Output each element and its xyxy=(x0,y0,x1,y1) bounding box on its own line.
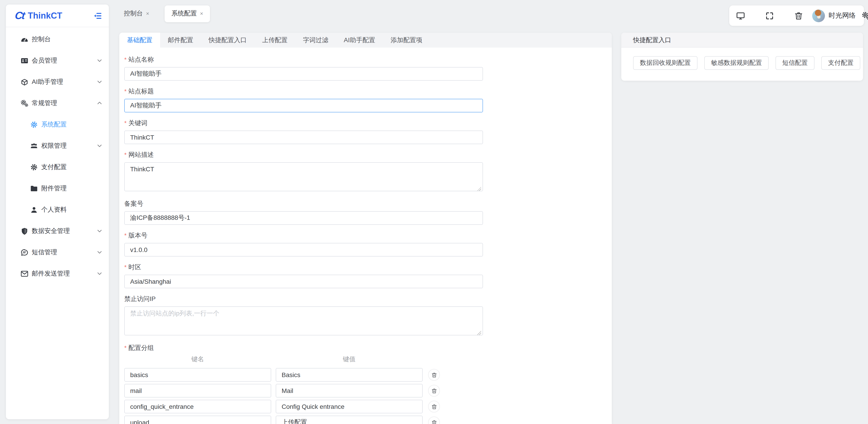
sms-config-button[interactable]: 短信配置 xyxy=(775,56,814,70)
id-card-icon xyxy=(21,57,29,65)
site-description-textarea[interactable]: ThinkCT xyxy=(124,162,483,191)
group-key-input[interactable] xyxy=(124,400,271,413)
quick-entrance-title: 快捷配置入口 xyxy=(621,33,863,47)
config-group-row xyxy=(124,416,612,424)
field-banned-ip: 禁止访问IP xyxy=(124,294,612,337)
app-root: Ct ThinkCT 控制台 会员管理 AI助手管理 常规管理 xyxy=(0,0,868,424)
config-group-headers: 键名 键值 xyxy=(124,355,612,363)
sidebar-item-data-security[interactable]: 数据安全管理 xyxy=(6,220,109,241)
shield-icon xyxy=(21,227,29,235)
gears-icon[interactable] xyxy=(862,11,868,20)
delete-row-button[interactable] xyxy=(428,385,440,397)
trash-icon xyxy=(431,420,437,424)
field-timezone: *时区 xyxy=(124,262,612,288)
window-tab-console[interactable]: 控制台 × xyxy=(119,9,154,18)
sidebar-item-label: 支付配置 xyxy=(41,163,67,171)
sidebar-item-members[interactable]: 会员管理 xyxy=(6,50,109,71)
group-value-input[interactable] xyxy=(276,416,423,424)
field-site-title: *站点标题 xyxy=(124,87,612,112)
chevron-down-icon xyxy=(97,228,102,234)
data-recycle-rules-button[interactable]: 数据回收规则配置 xyxy=(633,56,698,70)
tab-word-filter[interactable]: 字词过滤 xyxy=(295,33,336,47)
sidebar-item-label: 系统配置 xyxy=(41,120,67,129)
icp-number-input[interactable] xyxy=(124,211,483,225)
sidebar-item-ai-assistant[interactable]: AI助手管理 xyxy=(6,71,109,93)
sensitive-data-rules-button[interactable]: 敏感数据规则配置 xyxy=(704,56,769,70)
quick-entrance-buttons: 数据回收规则配置 敏感数据规则配置 短信配置 支付配置 xyxy=(621,47,863,70)
value-column-header: 键值 xyxy=(276,355,423,363)
field-site-name: *站点名称 xyxy=(124,55,612,81)
tab-ai-assistant-config[interactable]: AI助手配置 xyxy=(336,33,383,47)
site-name-input[interactable] xyxy=(124,67,483,81)
field-label: *版本号 xyxy=(124,231,612,240)
sidebar-item-general[interactable]: 常规管理 xyxy=(6,93,109,114)
sidebar-item-label: AI助手管理 xyxy=(32,78,63,86)
close-icon[interactable]: × xyxy=(200,10,203,17)
sidebar-item-label: 邮件发送管理 xyxy=(32,269,70,278)
required-marker: * xyxy=(124,151,126,158)
group-key-input[interactable] xyxy=(124,416,271,424)
window-tab-bar: 控制台 × 系统配置 × xyxy=(119,0,210,27)
sidebar-item-permissions[interactable]: 权限管理 xyxy=(6,135,109,156)
field-version: *版本号 xyxy=(124,231,612,257)
group-value-input[interactable] xyxy=(276,400,423,413)
monitor-icon[interactable] xyxy=(736,11,745,20)
top-toolbar: 时光网络 xyxy=(729,5,864,26)
delete-row-button[interactable] xyxy=(428,369,440,381)
tab-basic-config[interactable]: 基础配置 xyxy=(119,33,160,47)
sidebar-item-email[interactable]: 邮件发送管理 xyxy=(6,263,109,284)
field-label: *时区 xyxy=(124,262,612,271)
version-input[interactable] xyxy=(124,243,483,257)
group-key-input[interactable] xyxy=(124,368,271,382)
group-key-input[interactable] xyxy=(124,384,271,397)
required-marker: * xyxy=(124,232,126,239)
fullscreen-icon[interactable] xyxy=(765,11,774,20)
basic-config-form: *站点名称 *站点标题 *关键词 *网站描述 ThinkCT 备案号 *版本号 xyxy=(119,47,612,424)
window-tab-system-config[interactable]: 系统配置 × xyxy=(165,5,210,22)
sidebar-item-payment-config[interactable]: 支付配置 xyxy=(6,156,109,178)
field-keywords: *关键词 xyxy=(124,118,612,144)
delete-row-button[interactable] xyxy=(428,417,440,424)
sidebar-item-label: 附件管理 xyxy=(41,184,67,192)
sidebar-item-profile[interactable]: 个人资料 xyxy=(6,199,109,220)
tab-add-config-item[interactable]: 添加配置项 xyxy=(383,33,430,47)
trash-icon xyxy=(431,403,437,410)
quick-entrance-panel: 快捷配置入口 数据回收规则配置 敏感数据规则配置 短信配置 支付配置 xyxy=(621,33,863,81)
group-value-input[interactable] xyxy=(276,384,423,397)
required-marker: * xyxy=(124,264,126,270)
sidebar-item-sms[interactable]: 短信管理 xyxy=(6,241,109,263)
sidebar-item-attachments[interactable]: 附件管理 xyxy=(6,178,109,199)
key-column-header: 键名 xyxy=(124,355,271,363)
tab-mail-config[interactable]: 邮件配置 xyxy=(160,33,201,47)
payment-config-button[interactable]: 支付配置 xyxy=(821,56,860,70)
sidebar-item-label: 权限管理 xyxy=(41,142,67,150)
field-label: *网站描述 xyxy=(124,150,612,159)
sidebar-item-dashboard[interactable]: 控制台 xyxy=(6,29,109,50)
group-value-input[interactable] xyxy=(276,368,423,382)
avatar[interactable] xyxy=(812,9,825,22)
sidebar-item-label: 常规管理 xyxy=(32,99,57,107)
close-icon[interactable]: × xyxy=(146,10,149,17)
sidebar: Ct ThinkCT 控制台 会员管理 AI助手管理 常规管理 xyxy=(6,4,109,419)
config-tab-bar: 基础配置 邮件配置 快捷配置入口 上传配置 字词过滤 AI助手配置 添加配置项 xyxy=(119,33,612,47)
chevron-down-icon xyxy=(97,270,102,276)
users-icon xyxy=(30,142,38,150)
banned-ip-textarea[interactable] xyxy=(124,306,483,335)
menu-fold-icon[interactable] xyxy=(93,11,102,20)
trash-icon[interactable] xyxy=(794,11,803,20)
timezone-input[interactable] xyxy=(124,275,483,288)
site-title-input[interactable] xyxy=(124,99,483,112)
required-marker: * xyxy=(124,120,126,126)
field-label: 备案号 xyxy=(124,199,612,208)
user-name[interactable]: 时光网络 xyxy=(829,11,856,20)
keywords-input[interactable] xyxy=(124,131,483,144)
field-label: 禁止访问IP xyxy=(124,294,612,303)
tab-upload-config[interactable]: 上传配置 xyxy=(254,33,295,47)
chevron-up-icon xyxy=(97,100,102,106)
trash-icon xyxy=(431,388,437,394)
sidebar-item-system-config[interactable]: 系统配置 xyxy=(6,114,109,135)
required-marker: * xyxy=(124,345,126,351)
field-label: *站点标题 xyxy=(124,87,612,96)
tab-quick-entrance-config[interactable]: 快捷配置入口 xyxy=(201,33,254,47)
delete-row-button[interactable] xyxy=(428,401,440,413)
